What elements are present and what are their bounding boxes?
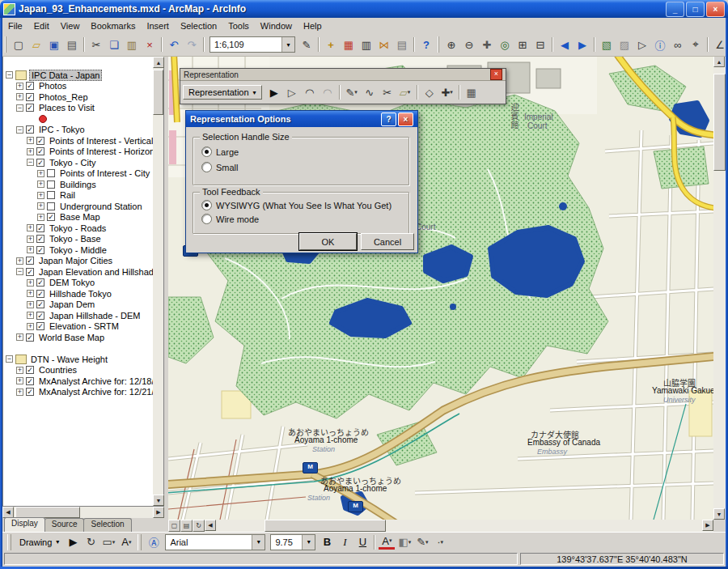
radio-button-icon[interactable]	[201, 146, 212, 157]
move-tool-icon[interactable]: ✚▾	[439, 84, 455, 100]
close-icon[interactable]: ×	[490, 69, 502, 80]
maximize-button[interactable]: □	[686, 2, 705, 17]
toc-item[interactable]: +✓Points of Interest - Horizontal Lab	[3, 146, 153, 158]
menu-view[interactable]: View	[55, 19, 86, 32]
text-symbol-icon[interactable]: Ⓐ	[146, 534, 162, 550]
representation-toolbar-title[interactable]: Representation ×	[180, 69, 506, 81]
representation-properties-icon[interactable]: ▦	[463, 84, 480, 100]
expand-toggle-icon[interactable]: +	[27, 301, 34, 308]
expand-toggle-icon[interactable]: +	[27, 137, 34, 144]
layer-checkbox[interactable]: ✓	[26, 257, 34, 265]
lasso-select-icon[interactable]: ◠	[302, 84, 318, 100]
toc-item[interactable]: +✓Hillshade Tokyo	[3, 288, 153, 299]
drawing-menu-button[interactable]: Drawing ▾	[15, 535, 64, 550]
layer-checkbox[interactable]: ✓	[36, 147, 44, 155]
expand-toggle-icon[interactable]: +	[27, 312, 34, 319]
chevron-down-icon[interactable]: ▾	[408, 539, 412, 546]
toc-item[interactable]: +✓Points of Interest - Vertical Labels	[3, 135, 153, 146]
expand-toggle-icon[interactable]: +	[27, 290, 34, 297]
scroll-thumb[interactable]	[713, 74, 726, 171]
toc-item[interactable]: +✓Photos	[3, 81, 153, 92]
print-icon[interactable]: ▤	[64, 36, 80, 53]
map-scale-combo[interactable]: 1:6,109 ▾	[210, 36, 295, 53]
menu-tools[interactable]: Tools	[222, 19, 255, 32]
menu-window[interactable]: Window	[255, 19, 298, 32]
warp-tool-icon[interactable]: ◇	[421, 84, 438, 100]
expand-toggle-icon[interactable]: −	[27, 159, 34, 166]
layer-checkbox[interactable]: ✓	[26, 93, 34, 101]
expand-toggle-icon[interactable]: +	[16, 257, 23, 265]
toc-item[interactable]: +✓MxAnalyst Archive for: 12/21/07 11:4	[3, 387, 153, 398]
layer-checkbox[interactable]: ✓	[36, 312, 44, 320]
whats-this-icon[interactable]: ?	[418, 36, 434, 53]
toc-item[interactable]: −✓Japan Elevation and Hillshade	[3, 266, 153, 278]
marker-color-button[interactable]: ∙▾	[432, 534, 448, 550]
fixed-zoom-in-icon[interactable]: ⊞	[514, 36, 531, 53]
expand-toggle-icon[interactable]: +	[27, 246, 34, 253]
layer-checkbox[interactable]	[47, 202, 55, 210]
go-forward-extent-icon[interactable]: ▶	[574, 36, 590, 53]
toc-vertical-scrollbar[interactable]: ▲ ▼	[153, 56, 164, 507]
expand-toggle-icon[interactable]: −	[6, 355, 13, 363]
expand-toggle-icon[interactable]: +	[16, 93, 23, 100]
dialog-title-bar[interactable]: Representation Options ? ×	[186, 111, 417, 127]
menu-bookmarks[interactable]: Bookmarks	[85, 19, 141, 32]
go-back-extent-icon[interactable]: ◀	[557, 36, 573, 53]
toolbar-grip[interactable]	[7, 534, 11, 550]
radio-wysiwyg[interactable]: WYSIWYG (What You See Is What You Get)	[201, 200, 392, 210]
expand-toggle-icon[interactable]: −	[16, 268, 23, 275]
font-color-button[interactable]: A▾	[379, 534, 395, 550]
toc-item[interactable]: −DTN - Wave Height	[3, 354, 153, 365]
layer-checkbox[interactable]: ✓	[26, 366, 34, 374]
font-name-value[interactable]: Arial	[166, 537, 252, 547]
new-document-icon[interactable]: ▢	[11, 36, 27, 53]
map-horizontal-scrollbar[interactable]: ▢ ▤ ↻ ◀ ▶	[168, 520, 713, 532]
layer-checkbox[interactable]: ✓	[26, 377, 34, 385]
toc-item[interactable]: +✓Tokyo - Middle	[3, 244, 153, 256]
expand-toggle-icon[interactable]: −	[16, 126, 23, 134]
chevron-down-icon[interactable]: ▾	[112, 539, 116, 546]
cut-icon[interactable]: ✂	[88, 36, 104, 53]
chevron-down-icon[interactable]: ▾	[450, 89, 453, 96]
fill-color-button[interactable]: ◧▾	[396, 534, 413, 550]
expand-toggle-icon[interactable]: +	[16, 377, 23, 384]
shape-tool-icon[interactable]: ▭▾	[100, 534, 116, 550]
toc-item[interactable]: +Buildings	[3, 179, 153, 190]
bold-button[interactable]: B	[319, 534, 335, 550]
toc-item[interactable]: −IPC Data - Japan	[3, 70, 153, 81]
scroll-up-icon[interactable]: ▲	[713, 56, 725, 67]
scroll-thumb[interactable]	[153, 70, 163, 115]
copy-icon[interactable]: ❏	[106, 36, 122, 53]
radio-wire-mode[interactable]: Wire mode	[201, 214, 259, 224]
expand-toggle-icon[interactable]: +	[27, 323, 34, 330]
chevron-down-icon[interactable]: ▾	[440, 539, 443, 546]
layer-checkbox[interactable]: ✓	[36, 300, 44, 308]
representation-select-icon[interactable]: ▶	[266, 84, 282, 100]
layer-checkbox[interactable]: ✓	[26, 82, 34, 90]
cut-tool-icon[interactable]: ✂	[379, 84, 396, 100]
expand-toggle-icon[interactable]: +	[16, 333, 23, 341]
layer-checkbox[interactable]: ✓	[36, 278, 44, 287]
layer-checkbox[interactable]: ✓	[47, 213, 55, 221]
toolbar-grip[interactable]	[5, 36, 6, 53]
paste-icon[interactable]: ▥	[124, 36, 140, 53]
toc-item[interactable]: +✓Countries	[3, 365, 153, 376]
chevron-down-icon[interactable]: ▾	[354, 89, 358, 96]
chevron-down-icon[interactable]: ▾	[252, 535, 265, 550]
select-features-icon[interactable]: ▧	[599, 36, 615, 53]
toolbar-grip[interactable]	[138, 534, 142, 550]
expand-toggle-icon[interactable]: +	[37, 170, 44, 177]
zoom-out-icon[interactable]: ⊖	[461, 36, 477, 53]
menu-edit[interactable]: Edit	[28, 19, 55, 32]
lasso-direct-select-icon[interactable]: ◠	[320, 84, 336, 100]
attribute-table-icon[interactable]: ▤	[394, 36, 410, 53]
scroll-track[interactable]	[14, 507, 153, 518]
toc-item[interactable]: −✓Tokyo - City	[3, 157, 153, 168]
toc-item[interactable]: +✓Japan Hillshade - DEM	[3, 310, 153, 321]
toc-item[interactable]: −✓Places to Visit	[3, 103, 153, 114]
pan-icon[interactable]: ✚	[479, 36, 495, 53]
expand-toggle-icon[interactable]: −	[6, 71, 13, 79]
menu-insert[interactable]: Insert	[141, 19, 175, 32]
scroll-down-icon[interactable]: ▼	[713, 508, 725, 520]
arctoolbox-icon[interactable]: ▦	[341, 36, 357, 53]
